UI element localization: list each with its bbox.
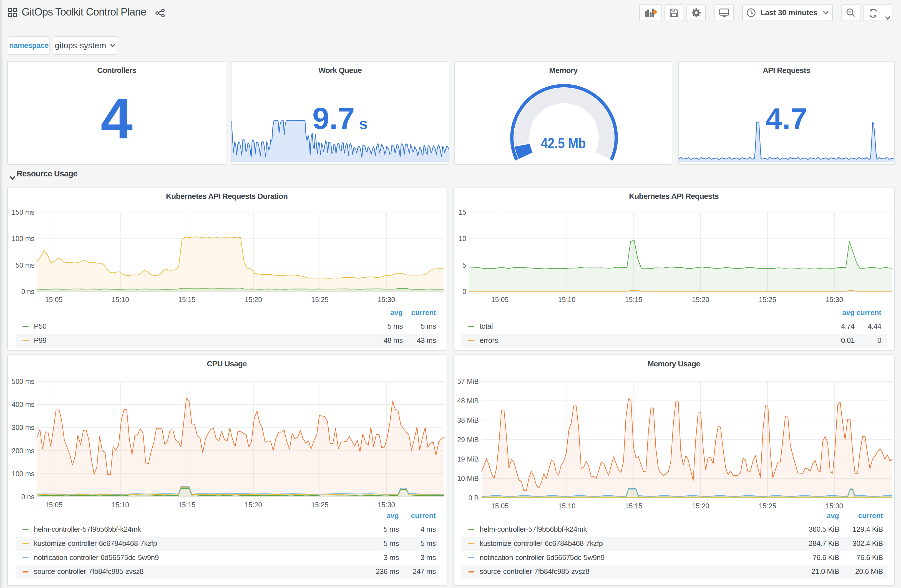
svg-text:48 MiB: 48 MiB xyxy=(457,397,479,404)
svg-text:0 ns: 0 ns xyxy=(21,288,34,296)
svg-text:15:15: 15:15 xyxy=(625,296,642,303)
svg-text:50 ms: 50 ms xyxy=(16,261,34,269)
svg-text:15:10: 15:10 xyxy=(112,296,129,303)
svg-text:15:05: 15:05 xyxy=(491,296,509,303)
svg-text:38 MiB: 38 MiB xyxy=(457,416,479,424)
svg-text:10 MiB: 10 MiB xyxy=(457,474,479,482)
svg-text:150 ms: 150 ms xyxy=(12,208,34,216)
svg-text:15:10: 15:10 xyxy=(558,296,576,303)
svg-text:29 MiB: 29 MiB xyxy=(457,436,479,443)
svg-text:15:20: 15:20 xyxy=(245,501,262,509)
svg-text:15:15: 15:15 xyxy=(625,502,642,510)
svg-text:15:25: 15:25 xyxy=(311,296,329,303)
svg-text:0 B: 0 B xyxy=(468,494,479,502)
svg-text:15:10: 15:10 xyxy=(112,501,129,509)
svg-text:0 ns: 0 ns xyxy=(21,493,34,501)
svg-text:15:20: 15:20 xyxy=(692,296,709,303)
svg-text:15:05: 15:05 xyxy=(491,502,509,510)
svg-text:15:15: 15:15 xyxy=(178,296,196,303)
svg-text:15:05: 15:05 xyxy=(45,501,63,509)
svg-text:15:20: 15:20 xyxy=(692,502,709,510)
svg-text:15:25: 15:25 xyxy=(759,296,776,303)
svg-text:400 ms: 400 ms xyxy=(12,400,34,408)
svg-text:15:05: 15:05 xyxy=(45,296,63,303)
svg-text:100 ms: 100 ms xyxy=(12,235,34,243)
svg-text:15:20: 15:20 xyxy=(245,296,262,303)
svg-text:15:10: 15:10 xyxy=(558,502,576,510)
svg-text:5: 5 xyxy=(463,261,466,269)
svg-text:15:15: 15:15 xyxy=(178,501,196,509)
svg-text:200 ms: 200 ms xyxy=(12,447,34,454)
svg-text:15:30: 15:30 xyxy=(826,502,843,510)
svg-text:15:30: 15:30 xyxy=(378,501,395,509)
svg-text:57 MiB: 57 MiB xyxy=(457,378,479,385)
svg-text:15:25: 15:25 xyxy=(759,502,776,510)
svg-text:15:30: 15:30 xyxy=(378,296,395,303)
svg-text:100 ms: 100 ms xyxy=(12,470,34,478)
svg-text:19 MiB: 19 MiB xyxy=(457,455,479,463)
svg-text:15: 15 xyxy=(458,208,466,216)
svg-text:300 ms: 300 ms xyxy=(12,423,34,431)
svg-text:10: 10 xyxy=(458,235,466,243)
svg-text:15:25: 15:25 xyxy=(311,501,329,509)
svg-text:15:30: 15:30 xyxy=(826,296,843,303)
svg-text:0: 0 xyxy=(463,288,466,296)
svg-text:500 ms: 500 ms xyxy=(12,378,34,385)
